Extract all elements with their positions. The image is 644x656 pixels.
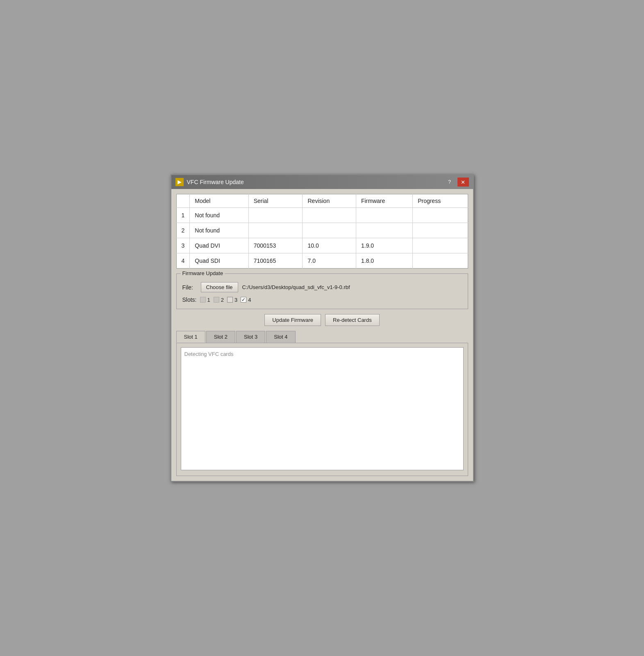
table-row: 2 Not found — [176, 223, 468, 238]
row-serial-2 — [248, 223, 303, 238]
col-header-num — [176, 194, 190, 208]
row-revision-4: 7.0 — [303, 253, 356, 269]
col-header-progress: Progress — [413, 194, 468, 208]
row-model-1: Not found — [190, 208, 248, 223]
slot-4-checkbox[interactable]: ✓ — [241, 297, 246, 303]
device-table: Model Serial Revision Firmware Progress … — [176, 194, 468, 269]
row-serial-1 — [248, 208, 303, 223]
row-firmware-4: 1.8.0 — [356, 253, 412, 269]
row-num-3: 3 — [176, 238, 190, 253]
row-serial-4: 7100165 — [248, 253, 303, 269]
update-firmware-button[interactable]: Update Firmware — [264, 314, 321, 326]
row-revision-2 — [303, 223, 356, 238]
slot-3-checkbox[interactable] — [227, 297, 233, 303]
slot-2-checkbox[interactable] — [214, 297, 219, 303]
row-revision-1 — [303, 208, 356, 223]
col-header-serial: Serial — [248, 194, 303, 208]
file-label: File: — [182, 284, 197, 291]
main-window: ▶ VFC Firmware Update ? ✕ Model Serial R… — [171, 174, 474, 482]
app-icon: ▶ — [175, 178, 184, 186]
slot-1-label: 1 — [207, 297, 210, 303]
row-progress-1 — [413, 208, 468, 223]
row-firmware-2 — [356, 223, 412, 238]
row-num-2: 2 — [176, 223, 190, 238]
slots-row: Slots: 1 2 3 ✓ 4 — [182, 296, 462, 303]
row-num-1: 1 — [176, 208, 190, 223]
slot-1-group: 1 — [200, 297, 210, 303]
title-bar-controls: ? ✕ — [445, 178, 469, 187]
tab-content: Detecting VFC cards — [176, 343, 468, 476]
row-model-4: Quad SDI — [190, 253, 248, 269]
col-header-model: Model — [190, 194, 248, 208]
window-content: Model Serial Revision Firmware Progress … — [171, 189, 473, 481]
tab-slot-3[interactable]: Slot 3 — [236, 331, 265, 343]
window-title: VFC Firmware Update — [187, 179, 244, 185]
row-progress-4 — [413, 253, 468, 269]
row-model-3: Quad DVI — [190, 238, 248, 253]
slot-3-group: 3 — [227, 297, 237, 303]
title-bar-left: ▶ VFC Firmware Update — [175, 178, 244, 186]
action-buttons: Update Firmware Re-detect Cards — [176, 314, 468, 326]
firmware-update-group: Firmware Update File: Choose file C:/Use… — [176, 273, 468, 309]
table-row: 1 Not found — [176, 208, 468, 223]
slot-4-label: 4 — [248, 297, 251, 303]
col-header-firmware: Firmware — [356, 194, 412, 208]
file-path-display: C:/Users/d3/Desktop/quad_sdi_vfc_v1-9-0.… — [242, 284, 350, 290]
close-button[interactable]: ✕ — [457, 178, 469, 187]
row-progress-2 — [413, 223, 468, 238]
slot-4-group: ✓ 4 — [241, 297, 251, 303]
slot-2-group: 2 — [214, 297, 224, 303]
row-model-2: Not found — [190, 223, 248, 238]
row-progress-3 — [413, 238, 468, 253]
title-bar: ▶ VFC Firmware Update ? ✕ — [171, 175, 473, 189]
col-header-revision: Revision — [303, 194, 356, 208]
row-firmware-1 — [356, 208, 412, 223]
redetect-cards-button[interactable]: Re-detect Cards — [325, 314, 380, 326]
slots-label: Slots: — [182, 296, 197, 303]
row-revision-3: 10.0 — [303, 238, 356, 253]
tabs-container: Slot 1 Slot 2 Slot 3 Slot 4 Detecting VF… — [176, 331, 468, 476]
slot-1-checkbox[interactable] — [200, 297, 206, 303]
row-firmware-3: 1.9.0 — [356, 238, 412, 253]
tab-slot-2[interactable]: Slot 2 — [206, 331, 235, 343]
log-area[interactable]: Detecting VFC cards — [181, 347, 464, 470]
table-row: 4 Quad SDI 7100165 7.0 1.8.0 — [176, 253, 468, 269]
row-num-4: 4 — [176, 253, 190, 269]
table-row: 3 Quad DVI 7000153 10.0 1.9.0 — [176, 238, 468, 253]
table-header-row: Model Serial Revision Firmware Progress — [176, 194, 468, 208]
tab-slot-1[interactable]: Slot 1 — [176, 331, 205, 343]
file-row: File: Choose file C:/Users/d3/Desktop/qu… — [182, 282, 462, 292]
choose-file-button[interactable]: Choose file — [201, 282, 238, 292]
slot-4-checkmark: ✓ — [241, 297, 246, 303]
tab-slot-4[interactable]: Slot 4 — [266, 331, 295, 343]
slot-3-label: 3 — [234, 297, 237, 303]
tabs-header: Slot 1 Slot 2 Slot 3 Slot 4 — [176, 331, 468, 343]
help-button[interactable]: ? — [445, 178, 454, 187]
slot-2-label: 2 — [221, 297, 224, 303]
app-icon-symbol: ▶ — [177, 179, 181, 185]
firmware-group-legend: Firmware Update — [181, 270, 225, 276]
row-serial-3: 7000153 — [248, 238, 303, 253]
